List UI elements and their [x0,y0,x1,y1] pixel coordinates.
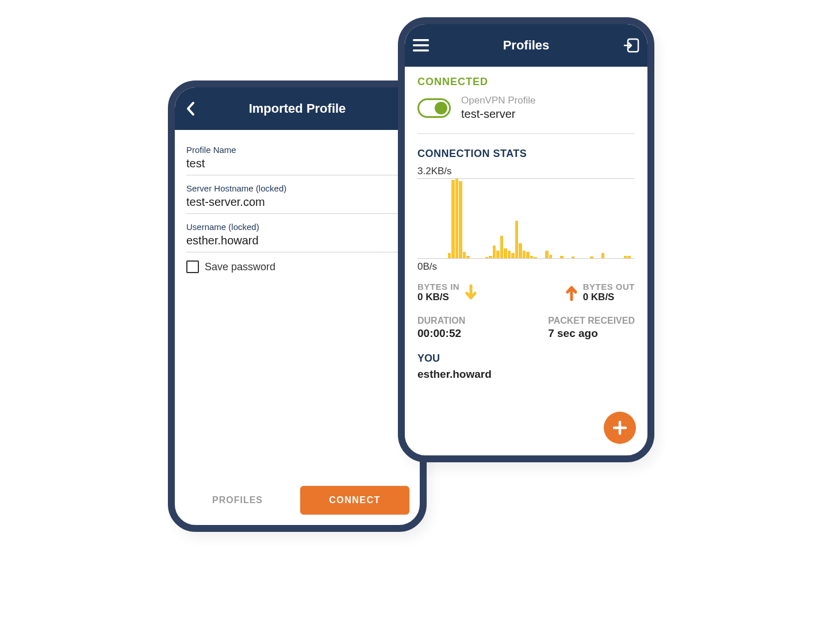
packet-label: PACKET RECEIVED [548,316,635,326]
content-area: CONNECTED OpenVPN Profile test-server CO… [405,67,647,381]
hostname-value: test-server.com [186,193,408,214]
packet-value: 7 sec ago [548,327,635,340]
connect-button[interactable]: CONNECT [300,486,409,515]
chart-bar [493,246,496,258]
chart-y-max: 3.2KB/s [417,166,635,177]
chevron-left-icon [186,101,196,116]
connected-status: CONNECTED [417,76,635,88]
chart-bar [572,256,575,258]
bytes-in-value: 0 KB/S [417,292,459,303]
profile-type-label: OpenVPN Profile [461,95,535,106]
chart-bar [504,248,507,258]
chart-bar [624,256,627,258]
connection-toggle[interactable] [417,98,451,118]
chart-bar [545,251,549,258]
chart-bar [515,221,519,258]
add-profile-fab[interactable] [604,412,636,444]
profile-row: OpenVPN Profile test-server [417,95,635,134]
bytes-out-col: BYTES OUT 0 KB/S [565,282,635,303]
duration-packet-row: DURATION 00:00:52 PACKET RECEIVED 7 sec … [417,316,635,340]
duration-label: DURATION [417,316,465,326]
profiles-button[interactable]: PROFILES [185,495,290,505]
menu-button[interactable] [409,34,432,57]
chart-bar [560,256,564,258]
duration-col: DURATION 00:00:52 [417,316,465,340]
chart-bar [489,256,492,258]
chart-bar [627,256,631,258]
chart-bar [500,236,504,258]
toggle-knob [435,102,447,114]
chart-bar [466,256,470,258]
svg-rect-1 [413,44,429,47]
svg-rect-2 [413,49,429,52]
svg-rect-0 [413,39,429,41]
header-bar: Imported Profile [175,87,420,130]
back-button[interactable] [179,97,202,120]
you-value: esther.howard [417,368,635,381]
chart-bar [459,181,462,258]
profile-name-label: test-server [461,108,535,121]
chart-bar [496,251,500,258]
bytes-in-col: BYTES IN 0 KB/S [417,282,478,303]
username-label: Username (locked) [186,222,408,232]
header-bar: Profiles [405,24,647,67]
hostname-label: Server Hostname (locked) [186,183,408,193]
chart-bar [549,255,553,258]
arrow-up-icon [565,284,578,301]
bytes-stats-row: BYTES IN 0 KB/S BYTES OUT 0 KB/S [417,282,635,303]
screen-title: Profiles [503,38,550,53]
chart-bar [463,252,466,258]
chart-bar [526,252,530,258]
form-area: Profile Name test Server Hostname (locke… [175,130,420,273]
stats-title: CONNECTION STATS [417,148,635,160]
chart-bar [448,253,451,258]
save-password-row[interactable]: Save password [186,260,408,273]
bottom-bar: PROFILES CONNECT [175,486,420,515]
chart-bar [451,180,455,258]
chart-bar [519,243,522,258]
profile-name-input[interactable]: test [186,155,408,175]
hamburger-icon [413,39,429,52]
chart-bar [511,253,515,258]
profile-text: OpenVPN Profile test-server [461,95,535,121]
save-password-label: Save password [205,261,275,273]
chart-bar [523,251,526,258]
chart-bar [508,251,511,258]
chart-bar [485,257,489,258]
save-password-checkbox[interactable] [186,260,199,273]
bytes-out-value: 0 KB/S [583,292,635,303]
bytes-in-label: BYTES IN [417,282,459,292]
profile-name-label: Profile Name [186,145,408,155]
you-label: YOU [417,352,635,365]
import-button[interactable] [620,34,643,57]
screen-title: Imported Profile [249,101,346,116]
chart-bar [455,179,459,258]
packet-col: PACKET RECEIVED 7 sec ago [548,316,635,340]
plus-icon [611,419,628,436]
chart-bar [530,256,534,258]
chart-bar [601,253,605,258]
profiles-screen: Profiles CONNECTED OpenVPN Profile test-… [398,17,654,462]
throughput-chart [417,178,635,259]
duration-value: 00:00:52 [417,327,465,340]
chart-bar [534,257,537,258]
username-value: esther.howard [186,232,408,252]
imported-profile-screen: Imported Profile Profile Name test Serve… [168,80,427,532]
arrow-down-icon [464,284,478,301]
import-icon [623,38,639,53]
chart-bar [590,256,593,258]
chart-y-min: 0B/s [417,261,635,273]
bytes-out-label: BYTES OUT [583,282,635,292]
